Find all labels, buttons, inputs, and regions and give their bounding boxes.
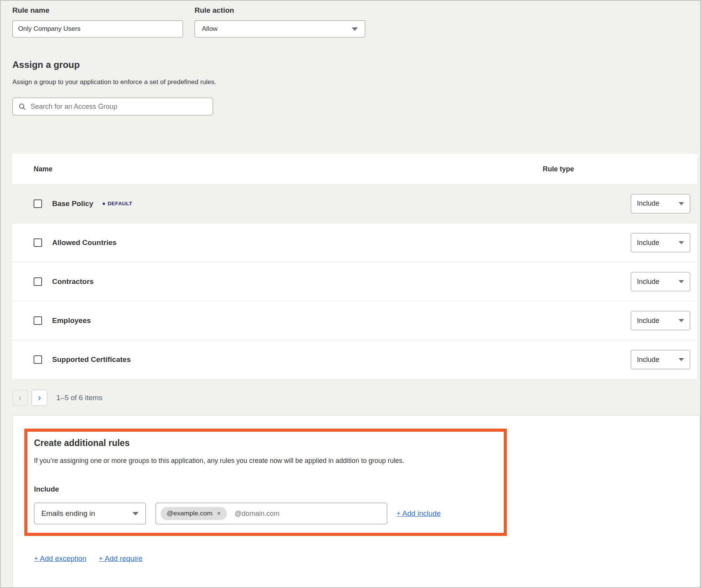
rule-type-value: Include: [637, 239, 659, 247]
rule-name-input[interactable]: [12, 20, 183, 37]
rule-action-label: Rule action: [195, 6, 365, 15]
row-checkbox[interactable]: [34, 199, 42, 208]
rule-type-value: Include: [637, 278, 659, 286]
chip-label: @example.com: [167, 510, 212, 517]
include-rule-row: Emails ending in @example.com × + Add in…: [34, 503, 494, 524]
next-page-button[interactable]: ›: [32, 390, 47, 406]
name-cell: Employees: [12, 316, 543, 325]
rule-type-value: Include: [637, 199, 659, 208]
chevron-down-icon: [679, 241, 684, 244]
rule-name-label: Rule name: [12, 6, 183, 15]
pagination: ‹ › 1–5 of 6 items: [12, 390, 700, 406]
domain-entry-input[interactable]: [235, 510, 382, 518]
name-cell: Allowed Countries: [12, 238, 543, 247]
rule-type-cell: Include: [543, 194, 697, 213]
include-section-label: Include: [34, 485, 494, 493]
access-group-table: Name Rule type Base Policy DEFAULT Inclu…: [12, 154, 697, 379]
access-rule-settings-page: Rule name Rule action Allow Assign a gro…: [0, 0, 701, 588]
rule-type-select[interactable]: Include: [631, 194, 690, 213]
assign-group-title: Assign a group: [12, 59, 700, 70]
table-row-employees: Employees Include: [12, 301, 697, 340]
rule-footer-links: + Add exception + Add require: [34, 554, 700, 563]
rule-type-select[interactable]: Include: [631, 311, 690, 330]
name-cell: Contractors: [12, 277, 543, 286]
email-domains-input: @example.com ×: [156, 503, 387, 524]
rule-name-field: Rule name: [12, 6, 183, 37]
table-row-base-policy: Base Policy DEFAULT Include: [12, 184, 697, 223]
chevron-down-icon: [679, 319, 684, 322]
table-row-contractors: Contractors Include: [12, 262, 697, 301]
row-checkbox[interactable]: [34, 238, 42, 247]
group-name: Employees: [52, 316, 91, 325]
create-additional-rules-title: Create additional rules: [34, 438, 494, 448]
rule-criteria-select[interactable]: Emails ending in: [34, 503, 146, 524]
rule-criteria-value: Emails ending in: [41, 509, 95, 518]
search-input[interactable]: [30, 103, 207, 111]
default-badge: DEFAULT: [103, 201, 132, 206]
group-name: Supported Certificates: [52, 355, 131, 364]
chevron-down-icon: [679, 202, 684, 205]
column-header-rule-type: Rule type: [543, 165, 697, 173]
rule-type-value: Include: [637, 356, 659, 364]
close-icon[interactable]: ×: [217, 510, 220, 517]
chevron-left-icon: ‹: [19, 393, 22, 402]
rule-type-value: Include: [637, 317, 659, 325]
rule-type-select[interactable]: Include: [631, 233, 690, 252]
row-checkbox[interactable]: [34, 316, 42, 325]
chevron-down-icon: [132, 512, 139, 515]
additional-rules-card: Create additional rules If you’re assign…: [12, 415, 700, 588]
rule-action-field: Rule action Allow: [195, 6, 365, 37]
row-checkbox[interactable]: [34, 355, 42, 364]
rule-form: Rule name Rule action Allow: [1, 1, 700, 37]
table-header: Name Rule type: [12, 154, 697, 184]
badge-dot-icon: [103, 203, 105, 205]
create-additional-rules-highlight: Create additional rules If you’re assign…: [24, 429, 507, 536]
group-name: Contractors: [52, 277, 94, 286]
chevron-down-icon: [679, 358, 684, 361]
access-group-search: [12, 98, 213, 115]
group-name: Base Policy: [52, 199, 93, 208]
table-row-supported-certificates: Supported Certificates Include: [12, 340, 697, 379]
chevron-down-icon: [352, 27, 358, 31]
add-exception-link[interactable]: + Add exception: [34, 554, 86, 563]
create-additional-rules-description: If you’re assigning one or more groups t…: [34, 457, 494, 465]
rule-action-value: Allow: [202, 25, 218, 33]
search-icon: [19, 103, 26, 110]
name-cell: Supported Certificates: [12, 355, 543, 364]
column-header-name: Name: [12, 165, 543, 173]
group-name: Allowed Countries: [52, 238, 117, 247]
rule-type-select[interactable]: Include: [631, 272, 690, 291]
rule-type-cell: Include: [543, 350, 697, 369]
row-checkbox[interactable]: [34, 277, 42, 286]
rule-type-cell: Include: [543, 311, 697, 330]
add-require-link[interactable]: + Add require: [99, 554, 143, 563]
chevron-down-icon: [679, 280, 684, 283]
rule-type-cell: Include: [543, 233, 697, 252]
rule-type-select[interactable]: Include: [631, 350, 690, 369]
table-row-allowed-countries: Allowed Countries Include: [12, 223, 697, 262]
rule-action-select[interactable]: Allow: [195, 20, 365, 37]
email-domain-chip: @example.com ×: [161, 507, 227, 520]
chevron-right-icon: ›: [38, 393, 41, 402]
rule-type-cell: Include: [543, 272, 697, 291]
assign-group-description: Assign a group to your application to en…: [12, 78, 700, 86]
pagination-status: 1–5 of 6 items: [56, 394, 102, 402]
name-cell: Base Policy DEFAULT: [12, 199, 543, 208]
previous-page-button[interactable]: ‹: [12, 390, 28, 406]
add-include-link[interactable]: + Add include: [396, 509, 441, 518]
default-badge-label: DEFAULT: [108, 201, 132, 206]
